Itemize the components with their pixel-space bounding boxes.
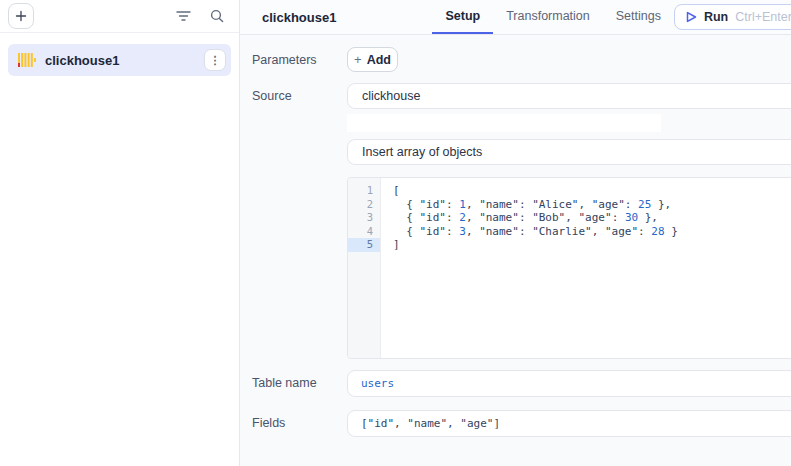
table-name-label: Table name [252,370,347,397]
code-line: { "id": 1, "name": "Alice", "age": 25 }, [393,198,791,212]
run-shortcut: Ctrl+Enter [735,10,791,24]
code-line: { "id": 3, "name": "Charlie", "age": 28 … [393,225,791,239]
plus-icon [15,10,27,22]
source-label: Source [252,83,347,359]
query-list: clickhouse1 ⋮ [0,33,239,87]
kebab-menu-icon[interactable]: ⋮ [204,49,226,71]
run-button[interactable]: Run Ctrl+Enter [674,4,791,30]
code-editor-gutter: 12345 [348,178,381,358]
query-sidebar: clickhouse1 ⋮ [0,0,240,466]
header-actions: Run Ctrl+Enter Preview [674,0,791,34]
fields-label: Fields [252,410,347,437]
parameters-row: Parameters + Add [252,47,791,72]
add-parameter-button[interactable]: + Add [347,47,398,72]
filter-icon[interactable] [175,8,191,24]
app-window: clickhouse1 ⋮ clickhouse1 SetupTransform… [0,0,791,466]
code-editor-content: [ { "id": 1, "name": "Alice", "age": 25 … [381,178,791,358]
source-select-value: clickhouse [362,89,791,103]
source-select[interactable]: clickhouse [347,83,791,109]
operation-select-value: Insert array of objects [362,145,791,159]
table-name-value: users [361,377,394,390]
plus-icon: + [354,53,362,66]
tab-settings[interactable]: Settings [603,0,674,34]
line-number: 5 [348,238,380,252]
operation-select[interactable]: Insert array of objects [347,139,791,165]
query-editor-panel: clickhouse1 SetupTransformationSettings … [240,0,791,466]
sidebar-item-clickhouse1[interactable]: clickhouse1 ⋮ [8,44,231,76]
run-label: Run [704,10,728,24]
code-line: ] [393,238,791,252]
fields-row: Fields ["id", "name", "age"] [252,410,791,437]
add-label: Add [367,53,391,67]
fields-value: ["id", "name", "age"] [361,417,500,430]
source-row: Source clickhouse Insert array of object… [252,83,791,359]
sidebar-toolbar [0,0,239,33]
tab-transformation[interactable]: Transformation [493,0,603,34]
line-number: 4 [348,225,380,239]
fields-input[interactable]: ["id", "name", "age"] [347,410,791,437]
editor-header: clickhouse1 SetupTransformationSettings … [240,0,791,35]
clickhouse-icon [18,53,36,67]
tabs: SetupTransformationSettings [432,0,674,34]
play-icon [686,11,697,23]
code-line: [ [393,184,791,198]
query-title: clickhouse1 [262,10,336,25]
parameters-label: Parameters [252,47,347,72]
line-number: 1 [348,184,380,198]
table-name-row: Table name users [252,370,791,397]
table-name-input[interactable]: users [347,370,791,397]
setup-form: Parameters + Add Source clickhouse [240,35,791,437]
code-line: { "id": 2, "name": "Bob", "age": 30 }, [393,211,791,225]
query-item-label: clickhouse1 [45,53,204,68]
code-editor[interactable]: 12345 [ { "id": 1, "name": "Alice", "age… [347,177,791,359]
new-query-button[interactable] [8,3,34,29]
line-number: 2 [348,198,380,212]
tab-setup[interactable]: Setup [432,0,493,34]
blank-placeholder [347,114,661,132]
line-number: 3 [348,211,380,225]
search-icon[interactable] [209,8,225,24]
